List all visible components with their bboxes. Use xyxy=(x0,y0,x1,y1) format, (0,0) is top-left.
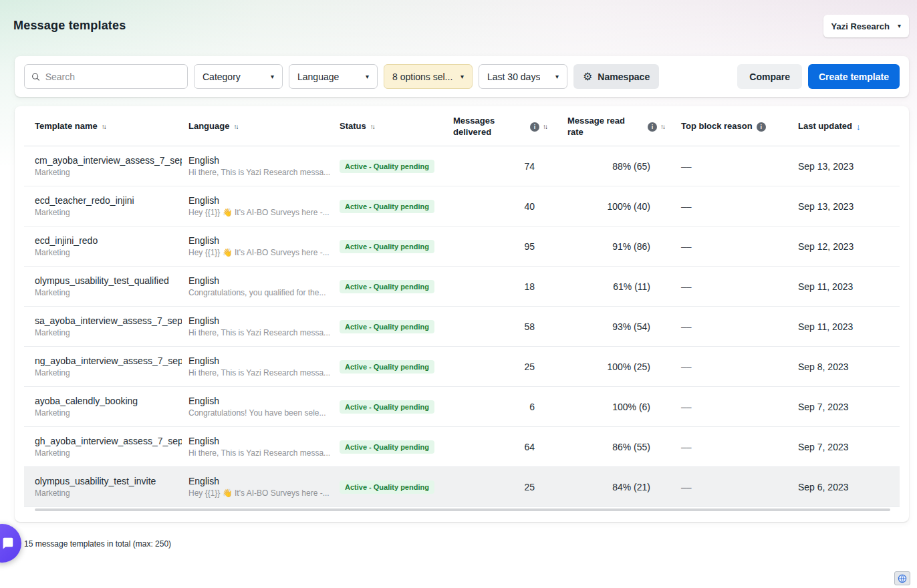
info-icon[interactable]: i xyxy=(757,122,766,132)
table-row[interactable]: ecd_injini_redo Marketing English Hey {{… xyxy=(24,227,900,267)
table-row[interactable]: gh_ayoba_interview_assess_7_sep_2 Market… xyxy=(24,427,900,467)
status-cell: Active - Quality pending xyxy=(340,480,453,494)
horizontal-scrollbar[interactable] xyxy=(35,508,890,511)
sorted-desc-icon[interactable]: ↓ xyxy=(856,122,861,132)
block-reason-value: –– xyxy=(671,482,798,492)
filter-date-range[interactable]: Last 30 days▾ xyxy=(479,64,567,89)
template-name: sa_ayoba_interview_assess_7_sep_2 xyxy=(35,315,182,326)
last-updated-value: Sep 12, 2023 xyxy=(798,241,889,252)
table-row[interactable]: olympus_usability_test_qualified Marketi… xyxy=(24,267,900,307)
status-badge: Active - Quality pending xyxy=(340,440,434,454)
template-name-cell: gh_ayoba_interview_assess_7_sep_2 Market… xyxy=(35,436,188,458)
template-category: Marketing xyxy=(35,408,182,418)
block-reason-value: –– xyxy=(671,361,798,372)
template-language: English xyxy=(188,396,333,406)
template-name: ecd_injini_redo xyxy=(35,235,182,246)
template-name: gh_ayoba_interview_assess_7_sep_2 xyxy=(35,436,182,446)
column-header[interactable]: Last updated↓ xyxy=(798,121,889,132)
template-language-cell: English Hey {{1}} 👋 It's AI-BO Surveys h… xyxy=(188,235,340,257)
messages-delivered-value: 25 xyxy=(453,482,553,492)
table-row[interactable]: cm_ayoba_interview_assess_7_sep_ Marketi… xyxy=(24,146,900,186)
read-rate-value: 91% (86) xyxy=(553,241,671,252)
template-language-cell: English Hi there, This is Yazi Research … xyxy=(188,155,340,177)
template-name: ng_ayoba_interview_assess_7_sep_2 xyxy=(35,355,182,366)
template-language-cell: English Hi there, This is Yazi Research … xyxy=(188,436,340,458)
search-icon xyxy=(31,72,40,82)
chat-launcher-button[interactable] xyxy=(0,524,21,563)
template-language-cell: English Congratulations! You have been s… xyxy=(188,396,340,418)
messages-delivered-value: 6 xyxy=(453,402,553,412)
chevron-down-icon: ▾ xyxy=(366,74,369,80)
template-name: ayoba_calendly_booking xyxy=(35,396,182,406)
template-preview: Hey {{1}} 👋 It's AI-BO Surveys here -... xyxy=(188,488,333,498)
last-updated-value: Sep 6, 2023 xyxy=(798,482,889,492)
column-header[interactable]: Language↑↓ xyxy=(188,121,340,132)
filter-group: Category▾Language▾8 options sel...▾Last … xyxy=(194,64,567,89)
template-preview: Hi there, This is Yazi Research messa... xyxy=(188,168,333,177)
status-badge: Active - Quality pending xyxy=(340,320,434,333)
sort-icon[interactable]: ↑↓ xyxy=(370,123,374,130)
column-header[interactable]: Messages deliveredi↑↓ xyxy=(453,116,553,138)
template-name-cell: ecd_injini_redo Marketing xyxy=(35,235,188,257)
template-name-cell: olympus_usability_test_qualified Marketi… xyxy=(35,275,188,297)
template-language-cell: English Hey {{1}} 👋 It's AI-BO Surveys h… xyxy=(188,476,340,498)
column-header[interactable]: Message read ratei↑↓ xyxy=(553,116,671,138)
template-name-cell: cm_ayoba_interview_assess_7_sep_ Marketi… xyxy=(35,155,188,177)
search-input[interactable] xyxy=(45,71,180,82)
info-icon[interactable]: i xyxy=(530,122,539,132)
read-rate-value: 93% (54) xyxy=(553,321,671,332)
template-preview: Hi there, This is Yazi Research messa... xyxy=(188,328,333,337)
status-badge: Active - Quality pending xyxy=(340,200,434,213)
template-language: English xyxy=(188,476,333,486)
filter-status[interactable]: 8 options sel...▾ xyxy=(384,64,473,89)
template-language: English xyxy=(188,155,333,166)
last-updated-value: Sep 7, 2023 xyxy=(798,402,889,412)
table-row[interactable]: ayoba_calendly_booking Marketing English… xyxy=(24,387,900,427)
sort-icon[interactable]: ↑↓ xyxy=(660,123,664,130)
table-row[interactable]: sa_ayoba_interview_assess_7_sep_2 Market… xyxy=(24,307,900,347)
globe-icon[interactable] xyxy=(894,571,910,585)
page-title: Message templates xyxy=(13,19,126,33)
column-header[interactable]: Top block reasoni xyxy=(671,121,798,132)
status-cell: Active - Quality pending xyxy=(340,400,453,414)
block-reason-value: –– xyxy=(671,281,798,292)
chevron-down-icon: ▾ xyxy=(555,74,559,80)
template-category: Marketing xyxy=(35,208,182,217)
filter-category[interactable]: Category▾ xyxy=(194,64,283,89)
table-row[interactable]: ecd_teacher_redo_injini Marketing Englis… xyxy=(24,186,900,227)
last-updated-value: Sep 7, 2023 xyxy=(798,442,889,452)
read-rate-value: 61% (11) xyxy=(553,281,671,292)
sort-icon[interactable]: ↑↓ xyxy=(543,123,547,130)
page: Message templates Yazi Research ▾ Catego… xyxy=(0,0,917,549)
sort-icon[interactable]: ↑↓ xyxy=(233,123,237,130)
chevron-down-icon: ▾ xyxy=(461,74,464,80)
template-preview: Hey {{1}} 👋 It's AI-BO Surveys here -... xyxy=(188,208,333,217)
status-badge: Active - Quality pending xyxy=(340,160,434,173)
namespace-button[interactable]: ⚙ Namespace xyxy=(573,64,659,89)
last-updated-value: Sep 13, 2023 xyxy=(798,201,889,212)
messages-delivered-value: 58 xyxy=(453,321,553,332)
messages-delivered-value: 74 xyxy=(453,161,553,172)
column-header[interactable]: Template name↑↓ xyxy=(35,121,188,132)
table-row[interactable]: ng_ayoba_interview_assess_7_sep_2 Market… xyxy=(24,347,900,387)
template-preview: Congratulations! You have been sele... xyxy=(188,408,333,418)
template-language-cell: English Hi there, This is Yazi Research … xyxy=(188,355,340,378)
account-selector[interactable]: Yazi Research ▾ xyxy=(823,15,909,37)
chevron-down-icon: ▾ xyxy=(271,74,274,80)
table-header-row: Template name↑↓Language↑↓Status↑↓Message… xyxy=(24,108,900,146)
filter-language[interactable]: Language▾ xyxy=(289,64,378,89)
info-icon[interactable]: i xyxy=(648,122,657,132)
read-rate-value: 84% (21) xyxy=(553,482,671,492)
template-language-cell: English Congratulations, you qualified f… xyxy=(188,275,340,297)
column-header[interactable]: Status↑↓ xyxy=(340,121,453,132)
sort-icon[interactable]: ↑↓ xyxy=(102,123,106,130)
template-language: English xyxy=(188,436,333,446)
template-preview: Hey {{1}} 👋 It's AI-BO Surveys here -... xyxy=(188,248,333,257)
template-name: cm_ayoba_interview_assess_7_sep_ xyxy=(35,155,182,166)
template-preview: Hi there, This is Yazi Research messa... xyxy=(188,448,333,458)
table-row[interactable]: olympus_usability_test_invite Marketing … xyxy=(24,467,900,507)
create-template-button[interactable]: Create template xyxy=(808,64,900,89)
compare-button[interactable]: Compare xyxy=(737,64,802,89)
template-category: Marketing xyxy=(35,488,182,498)
block-reason-value: –– xyxy=(671,321,798,332)
